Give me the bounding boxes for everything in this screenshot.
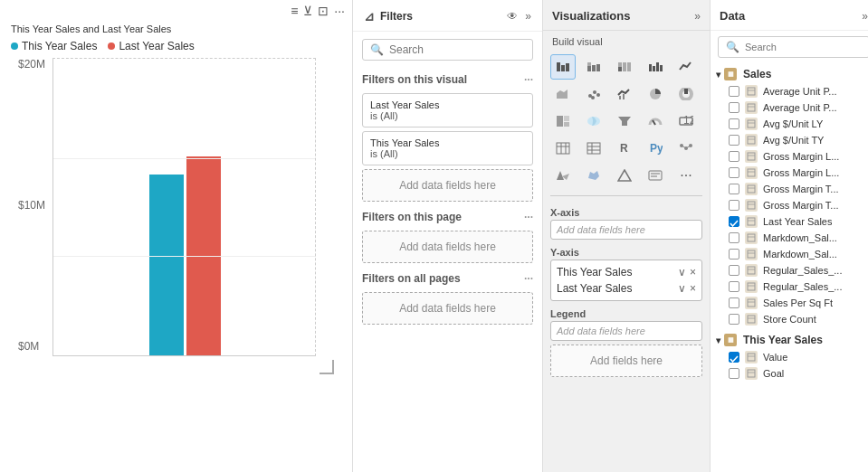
viz-icon-more[interactable]: ··· bbox=[673, 163, 699, 188]
svg-rect-5 bbox=[592, 65, 596, 71]
all-section-more-icon[interactable]: ··· bbox=[524, 272, 533, 285]
data-item-checkbox[interactable] bbox=[729, 281, 739, 292]
viz-icon-filled-map[interactable] bbox=[581, 163, 606, 188]
data-search-box[interactable]: 🔍 bbox=[718, 36, 868, 58]
svg-rect-14 bbox=[660, 65, 663, 71]
data-item-checkbox[interactable] bbox=[729, 167, 739, 178]
data-item-checkbox[interactable] bbox=[729, 314, 739, 325]
svg-rect-60 bbox=[748, 137, 755, 144]
close-icon[interactable]: × bbox=[690, 266, 696, 278]
svg-line-29 bbox=[653, 120, 655, 125]
data-item-checkbox[interactable] bbox=[729, 232, 739, 243]
data-item-checkbox[interactable] bbox=[729, 118, 739, 129]
svg-text:123: 123 bbox=[683, 115, 693, 127]
data-item-checkbox[interactable] bbox=[729, 216, 739, 227]
filters-on-visual-label: Filters on this visual ··· bbox=[353, 68, 542, 90]
viz-icon-text-box[interactable] bbox=[643, 163, 668, 188]
y-axis-box: This Year Sales ∨ × Last Year Sales ∨ × bbox=[550, 260, 702, 301]
viz-icon-map2[interactable] bbox=[550, 163, 576, 188]
viz-icon-area[interactable] bbox=[550, 81, 576, 107]
svg-rect-2 bbox=[566, 63, 569, 71]
data-item-checkbox[interactable] bbox=[729, 368, 739, 379]
data-group-sales-header[interactable]: ▾ ▦ Sales bbox=[711, 65, 868, 83]
data-group-this-year-sales-header[interactable]: ▾ ▦ This Year Sales bbox=[711, 331, 868, 349]
focus-icon[interactable]: ⊡ bbox=[318, 4, 329, 18]
viz-icon-clustered-bar[interactable] bbox=[550, 54, 576, 80]
viz-icon-table[interactable] bbox=[550, 136, 576, 161]
viz-icon-scatter[interactable] bbox=[581, 81, 606, 107]
data-item-checkbox[interactable] bbox=[729, 352, 739, 363]
viz-expand-icon[interactable]: » bbox=[694, 10, 701, 23]
resize-handle[interactable] bbox=[320, 360, 334, 374]
eye-icon[interactable]: 👁 bbox=[507, 10, 518, 23]
svg-rect-70 bbox=[748, 218, 755, 225]
data-item-label: Gross Margin L... bbox=[763, 167, 839, 178]
viz-icon-column[interactable] bbox=[643, 54, 668, 80]
chart-legend: This Year Sales Last Year Sales bbox=[0, 38, 352, 58]
viz-icon-pie[interactable] bbox=[643, 81, 668, 107]
this-year-group-icon: ▦ bbox=[724, 334, 737, 346]
svg-rect-3 bbox=[587, 66, 591, 71]
y-label-20: $20M bbox=[18, 58, 45, 71]
add-data-visual[interactable]: Add data fields here bbox=[362, 169, 533, 202]
filter-icon[interactable]: ⊻ bbox=[303, 4, 312, 18]
list-item: Gross Margin T... bbox=[711, 181, 868, 197]
more-icon[interactable]: ··· bbox=[334, 4, 345, 18]
svg-rect-0 bbox=[557, 62, 560, 71]
data-item-checkbox[interactable] bbox=[729, 184, 739, 194]
viz-icon-r-visual[interactable]: R bbox=[612, 136, 637, 161]
data-item-checkbox[interactable] bbox=[729, 86, 739, 97]
viz-icon-100-stacked-bar[interactable] bbox=[612, 54, 637, 80]
data-item-checkbox[interactable] bbox=[729, 265, 739, 276]
viz-icon-treemap[interactable] bbox=[550, 109, 576, 134]
svg-rect-6 bbox=[596, 64, 600, 71]
viz-icon-card[interactable]: 123 bbox=[673, 109, 699, 134]
viz-title: Visualizations bbox=[552, 9, 630, 23]
viz-icon-map[interactable] bbox=[581, 109, 606, 134]
svg-rect-54 bbox=[748, 88, 755, 95]
chevron-down-icon-2[interactable]: ∨ bbox=[678, 282, 686, 295]
x-axis-label: X-axis bbox=[550, 203, 702, 220]
filter-search-box[interactable]: 🔍 bbox=[362, 39, 533, 61]
data-search-input[interactable] bbox=[745, 42, 862, 52]
data-group-this-year-sales: ▾ ▦ This Year Sales ValueGoal bbox=[711, 329, 868, 383]
svg-rect-80 bbox=[748, 299, 755, 307]
data-item-type-icon bbox=[745, 248, 758, 260]
svg-rect-9 bbox=[623, 62, 626, 71]
viz-icon-matrix[interactable] bbox=[581, 136, 606, 161]
viz-icon-funnel[interactable] bbox=[612, 109, 637, 134]
viz-icon-decomp[interactable] bbox=[673, 136, 699, 161]
data-panel: Data » 🔍 ▾ ▦ Sales Average Unit P...Aver… bbox=[711, 0, 868, 472]
viz-icon-stacked-bar[interactable] bbox=[581, 54, 606, 80]
viz-icon-donut[interactable] bbox=[673, 81, 699, 107]
y-label-0: $0M bbox=[18, 340, 45, 353]
data-item-checkbox[interactable] bbox=[729, 249, 739, 260]
svg-marker-50 bbox=[618, 170, 631, 181]
data-item-checkbox[interactable] bbox=[729, 151, 739, 162]
viz-icon-gauge[interactable] bbox=[643, 109, 668, 134]
svg-rect-78 bbox=[748, 283, 755, 290]
add-data-all[interactable]: Add data fields here bbox=[362, 292, 533, 325]
data-item-checkbox[interactable] bbox=[729, 200, 739, 211]
data-item-checkbox[interactable] bbox=[729, 297, 739, 308]
chevron-down-icon[interactable]: ∨ bbox=[678, 266, 686, 278]
data-expand-icon[interactable]: » bbox=[862, 10, 868, 23]
viz-icon-shape[interactable] bbox=[612, 163, 637, 188]
section-more-icon[interactable]: ··· bbox=[524, 73, 533, 86]
data-item-label: Regular_Sales_... bbox=[763, 281, 842, 292]
filter-search-input[interactable] bbox=[389, 43, 525, 56]
hamburger-icon[interactable]: ≡ bbox=[291, 4, 298, 18]
close-icon-2[interactable]: × bbox=[690, 282, 696, 295]
filter-funnel-icon: ⊿ bbox=[364, 9, 375, 24]
data-item-label: Markdown_Sal... bbox=[763, 232, 837, 243]
add-data-page[interactable]: Add data fields here bbox=[362, 231, 533, 263]
viz-icon-line[interactable] bbox=[673, 54, 699, 80]
x-axis-box: Add data fields here bbox=[550, 220, 702, 240]
expand-icon[interactable]: » bbox=[525, 10, 531, 23]
page-section-more-icon[interactable]: ··· bbox=[524, 211, 533, 223]
data-item-checkbox[interactable] bbox=[729, 102, 739, 113]
data-item-checkbox[interactable] bbox=[729, 135, 739, 146]
viz-icon-python[interactable]: Py bbox=[643, 136, 668, 161]
add-fields-placeholder[interactable]: Add fields here bbox=[550, 345, 702, 377]
viz-icon-line-clustered[interactable] bbox=[612, 81, 637, 107]
